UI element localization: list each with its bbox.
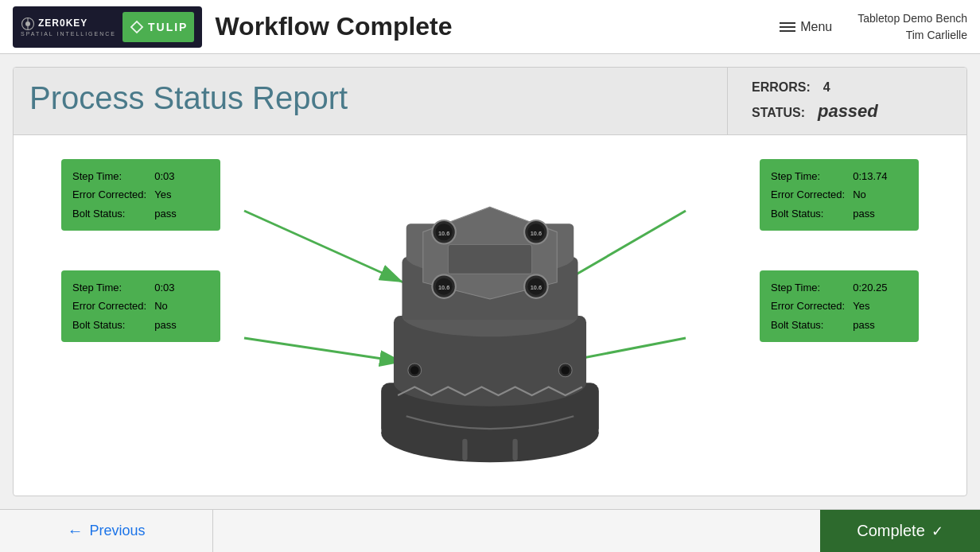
bl-step-time-label: Step Time: [72,278,154,297]
report-container: Process Status Report ERRORS: 4 STATUS: … [13,67,967,496]
hamburger-icon [780,22,795,32]
errors-row: ERRORS: 4 [752,80,943,95]
bl-error-value: No [154,297,176,315]
previous-button[interactable]: ← Previous [0,510,213,552]
tr-error-value: No [853,185,887,204]
svg-text:10.6: 10.6 [438,229,449,236]
zerokey-logo-icon [21,17,35,31]
svg-text:10.6: 10.6 [531,229,542,236]
status-value: passed [818,101,878,122]
user-name: Tim Carlielle [858,27,967,44]
bl-error-label: Error Corrected: [72,297,154,315]
status-section: ERRORS: 4 STATUS: passed [728,68,966,134]
errors-value: 4 [823,80,830,95]
bolt-card-top-left: Step Time: 0:03 Error Corrected: Yes Bol… [61,159,220,231]
br-error-value: Yes [853,297,887,315]
svg-text:10.6: 10.6 [438,284,449,291]
br-step-time-value: 0:20.25 [853,278,887,297]
tl-step-time-value: 0:03 [154,167,176,185]
footer-spacer [213,510,820,552]
zerokey-sub: SPATIAL INTELLIGENCE [21,31,116,37]
complete-label: Complete [857,522,925,540]
complete-button[interactable]: Complete ✓ [820,510,980,552]
logo-area: ZER0KEY SPATIAL INTELLIGENCE TULIP [13,6,202,48]
page-title: Workflow Complete [215,12,770,41]
previous-label: Previous [89,523,145,539]
report-header: Process Status Report ERRORS: 4 STATUS: … [14,68,966,135]
br-bolt-value: pass [853,316,887,334]
br-error-label: Error Corrected: [771,297,853,315]
prev-arrow-icon: ← [67,522,83,540]
svg-point-37 [410,366,419,375]
br-bolt-label: Bolt Status: [771,316,853,334]
workspace-name: Tabletop Demo Bench [858,10,967,27]
report-title-section: Process Status Report [14,68,728,134]
diagram-area: Step Time: 0:03 Error Corrected: Yes Bol… [14,135,966,496]
bolt-card-top-right: Step Time: 0:13.74 Error Corrected: No B… [760,159,919,231]
tl-error-value: Yes [154,185,176,204]
bolt-card-bottom-right: Step Time: 0:20.25 Error Corrected: Yes … [760,270,919,342]
svg-point-1 [25,21,30,26]
svg-point-39 [561,366,570,375]
br-step-time-label: Step Time: [771,278,853,297]
tulip-logo: TULIP [122,12,194,42]
errors-label: ERRORS: [752,80,811,95]
tulip-diamond-icon [129,19,145,35]
menu-label: Menu [800,20,832,34]
device-svg: 10.6 10.6 10.6 10.6 [363,157,617,475]
bl-step-time-value: 0:03 [154,278,176,297]
tr-bolt-value: pass [853,204,887,223]
tl-error-label: Error Corrected: [72,185,154,204]
user-info: Tabletop Demo Bench Tim Carlielle [858,10,967,44]
device-illustration: 10.6 10.6 10.6 10.6 [363,157,617,475]
footer: ← Previous Complete ✓ [0,509,980,552]
app-header: ZER0KEY SPATIAL INTELLIGENCE TULIP Workf… [0,0,980,54]
status-label: STATUS: [752,106,805,120]
tr-step-time-value: 0:13.74 [853,167,887,185]
status-row: STATUS: passed [752,101,943,122]
tl-bolt-value: pass [154,204,176,223]
checkmark-icon: ✓ [931,523,943,540]
tl-bolt-label: Bolt Status: [72,204,154,223]
tr-bolt-label: Bolt Status: [771,204,853,223]
report-title: Process Status Report [29,80,711,116]
menu-button[interactable]: Menu [770,15,842,39]
tr-error-label: Error Corrected: [771,185,853,204]
main-content: Process Status Report ERRORS: 4 STATUS: … [0,54,980,509]
svg-text:10.6: 10.6 [531,284,542,291]
bolt-card-bottom-left: Step Time: 0:03 Error Corrected: No Bolt… [61,270,220,342]
tulip-brand: TULIP [148,21,188,33]
tr-step-time-label: Step Time: [771,167,853,185]
svg-rect-23 [448,244,531,274]
tl-step-time-label: Step Time: [72,167,154,185]
zerokey-brand: ZER0KEY [38,18,88,29]
bl-bolt-value: pass [154,316,176,334]
bl-bolt-label: Bolt Status: [72,316,154,334]
